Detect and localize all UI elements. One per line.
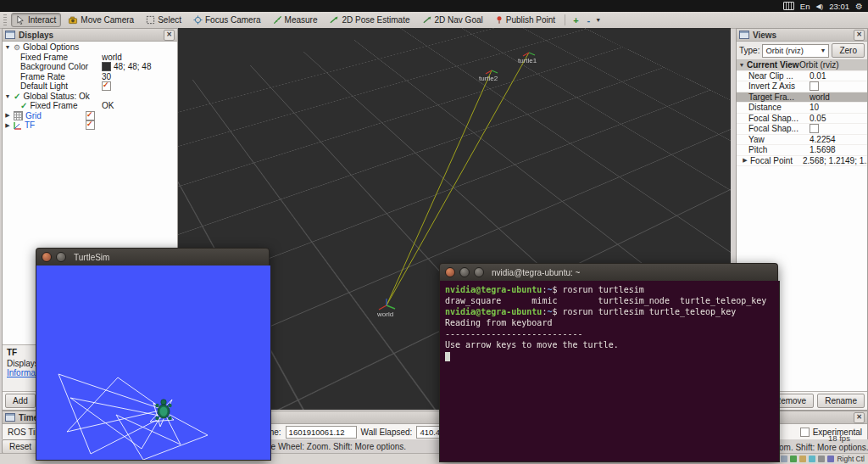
tree-row-frame-rate[interactable]: Frame Rate 30 xyxy=(3,72,177,82)
terminal-cursor-line xyxy=(445,350,774,361)
tree-row-global-status[interactable]: ▼✓Global Status: Ok xyxy=(3,92,177,102)
tree-row-status-fixed-frame[interactable]: ✓Fixed Frame OK xyxy=(3,101,177,111)
vm-usb-icon[interactable] xyxy=(799,456,806,462)
tool-select[interactable]: Select xyxy=(141,13,186,27)
displays-panel-title: Displays xyxy=(19,31,53,40)
clock[interactable]: 23:01 xyxy=(829,2,849,11)
tree-row-grid[interactable]: ▶Grid xyxy=(3,111,177,121)
views-row-focal-point[interactable]: ▶Focal Point 2.568; 1.2149; 1... xyxy=(737,156,867,167)
toolbar-separator xyxy=(565,14,565,25)
session-menu-icon[interactable]: ⚙ xyxy=(855,2,863,11)
add-tool-button[interactable]: + xyxy=(570,13,581,27)
add-display-button[interactable]: Add xyxy=(5,394,36,408)
expand-icon[interactable]: ▼ xyxy=(738,62,745,68)
tree-row-default-light[interactable]: Default Light xyxy=(3,81,177,92)
focal-shape-fixed-checkbox[interactable] xyxy=(810,124,819,133)
views-row-target-frame[interactable]: Target Fra... world xyxy=(737,92,867,103)
wall-elapsed-label: Wall Elapsed: xyxy=(361,428,413,437)
minimize-button[interactable] xyxy=(56,252,66,262)
views-row-yaw[interactable]: Yaw 4.2254 xyxy=(737,135,867,146)
tf-frame-world-axes xyxy=(379,299,395,310)
terminal-window[interactable]: nvidia@tegra-ubuntu: ~ nvidia@tegra-ubun… xyxy=(439,263,778,462)
views-row-invert-z[interactable]: Invert Z Axis xyxy=(737,81,867,92)
tree-row-global-options[interactable]: ▼⚙Global Options xyxy=(3,42,177,53)
vm-net-icon[interactable] xyxy=(790,456,797,462)
turtlesim-canvas[interactable] xyxy=(36,266,271,461)
reset-button[interactable]: Reset xyxy=(2,439,39,454)
tool-interact[interactable]: Interact xyxy=(11,13,61,27)
expand-icon[interactable]: ▶ xyxy=(742,157,748,164)
tree-row-tf[interactable]: ▶ TF xyxy=(3,120,177,131)
tool-2d-pose-estimate[interactable]: 2D Pose Estimate xyxy=(324,13,415,27)
views-row-current-view[interactable]: ▼Current View Orbit (rviz) xyxy=(737,60,867,71)
status-ok-icon: ✓ xyxy=(20,101,27,110)
tf-enabled-checkbox[interactable] xyxy=(86,120,95,130)
terminal-body[interactable]: nvidia@tegra-ubuntu:~$ rosrun turtlesim … xyxy=(439,281,780,462)
zero-button[interactable]: Zero xyxy=(832,43,865,58)
fps-counter: 18 fps xyxy=(828,433,850,443)
camera-icon xyxy=(68,15,78,25)
global-options-icon: ⚙ xyxy=(14,43,20,52)
close-icon[interactable]: ✕ xyxy=(854,30,865,41)
maximize-button[interactable] xyxy=(474,267,484,277)
default-light-checkbox[interactable] xyxy=(102,81,111,91)
terminal-line-prompt2: nvidia@tegra-ubuntu:~$ rosrun turtlesim … xyxy=(445,306,774,317)
experimental-checkbox[interactable] xyxy=(800,428,810,437)
tf-display-icon xyxy=(14,121,22,130)
tool-publish-point[interactable]: Publish Point xyxy=(490,13,560,27)
expand-icon[interactable]: ▶ xyxy=(4,122,11,129)
views-row-focal-shape-fixed[interactable]: Focal Shap... xyxy=(737,124,867,135)
color-swatch[interactable] xyxy=(102,62,111,71)
toolbar-drag-handle[interactable] xyxy=(3,14,7,25)
invert-z-checkbox[interactable] xyxy=(810,81,819,91)
terminal-titlebar[interactable]: nvidia@tegra-ubuntu: ~ xyxy=(439,263,778,281)
ruler-icon xyxy=(273,15,282,25)
expand-icon[interactable]: ▼ xyxy=(4,44,11,50)
grid-enabled-checkbox[interactable] xyxy=(86,111,95,120)
wall-time-field[interactable]: 1601910061.12 xyxy=(286,426,357,439)
close-button[interactable] xyxy=(42,252,52,262)
vm-display-icon[interactable] xyxy=(818,456,825,462)
tree-row-background-color[interactable]: Background Color 48; 48; 48 xyxy=(3,62,177,72)
system-top-bar: En ◀) 23:01 ⚙ xyxy=(0,0,868,12)
views-row-focal-shape-size[interactable]: Focal Shap... 0.05 xyxy=(737,114,867,125)
displays-panel-header[interactable]: Displays ✕ xyxy=(3,29,177,42)
status-ok-icon: ✓ xyxy=(14,92,20,101)
volume-icon[interactable]: ◀) xyxy=(815,3,823,10)
tool-move-camera[interactable]: Move Camera xyxy=(63,13,139,27)
vm-mouse-icon[interactable] xyxy=(827,456,834,462)
views-property-table: ▼Current View Orbit (rviz) Near Clip ...… xyxy=(737,60,867,166)
toolbar-overflow-caret[interactable]: ▼ xyxy=(595,17,601,23)
expand-icon[interactable]: ▼ xyxy=(4,93,11,99)
views-row-near-clip[interactable]: Near Clip ... 0.01 xyxy=(737,71,867,82)
panel-dock-icon xyxy=(739,31,749,39)
mouse-hint-text-tail: om. Shift: More options. xyxy=(779,443,868,452)
views-row-pitch[interactable]: Pitch 1.5698 xyxy=(737,145,867,156)
keyboard-layout-label[interactable]: En xyxy=(800,2,810,11)
vm-folder-icon[interactable] xyxy=(809,456,815,462)
view-type-select[interactable]: Orbit (rviz) ▼ xyxy=(762,44,829,58)
tool-2d-nav-goal[interactable]: 2D Nav Goal xyxy=(417,13,488,27)
keyboard-indicator-icon[interactable] xyxy=(783,2,794,10)
displays-tree: ▼⚙Global Options Fixed Frame world Backg… xyxy=(3,42,177,131)
vm-cd-icon[interactable] xyxy=(781,456,787,462)
rename-view-button[interactable]: Rename xyxy=(817,394,865,408)
tree-row-fixed-frame[interactable]: Fixed Frame world xyxy=(3,53,177,63)
close-icon[interactable]: ✕ xyxy=(164,30,175,41)
tool-focus-camera[interactable]: Focus Camera xyxy=(188,13,266,27)
remove-tool-button[interactable]: - xyxy=(584,13,594,27)
point-pin-icon xyxy=(495,15,504,25)
expand-icon[interactable]: ▶ xyxy=(4,112,11,119)
close-icon[interactable]: ✕ xyxy=(854,412,865,423)
desktop: En ◀) 23:01 ⚙ Interact Move Camera Selec… xyxy=(0,0,868,464)
turtlesim-window[interactable]: TurtleSim xyxy=(36,248,270,461)
close-button[interactable] xyxy=(445,267,455,277)
tool-measure[interactable]: Measure xyxy=(268,13,323,27)
turtlesim-titlebar[interactable]: TurtleSim xyxy=(36,248,270,266)
minimize-button[interactable] xyxy=(459,267,470,277)
panel-dock-icon xyxy=(5,31,15,39)
tf-label-turtle2: turtle2 xyxy=(479,75,498,82)
host-key-label: Right Ctl xyxy=(837,455,865,463)
views-panel-header[interactable]: Views ✕ xyxy=(737,29,867,42)
views-row-distance[interactable]: Distance 10 xyxy=(737,103,867,114)
